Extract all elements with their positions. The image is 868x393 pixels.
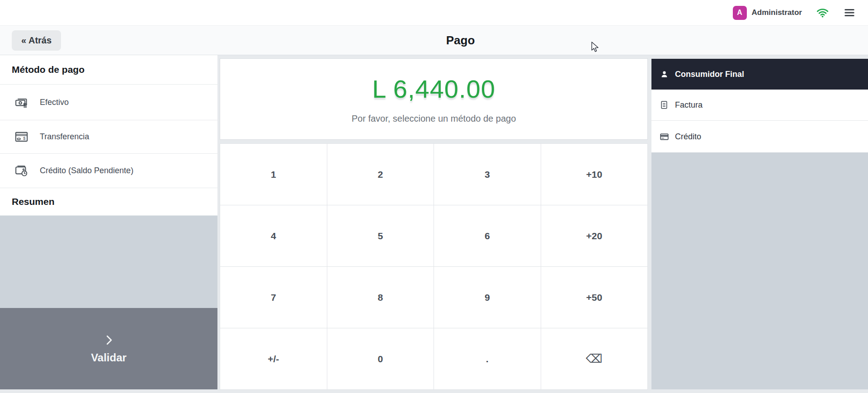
numpad-key-plusminus[interactable]: +/- xyxy=(220,328,327,389)
payment-method-transferencia[interactable]: $ Transferencia xyxy=(0,120,217,154)
bank-card-icon: $ xyxy=(14,129,29,145)
numpad-key-7[interactable]: 7 xyxy=(220,267,327,328)
numpad-key-3[interactable]: 3 xyxy=(434,144,541,205)
page-title: Pago xyxy=(53,33,868,47)
payment-methods-panel: Método de pago Efectivo $ xyxy=(0,55,217,389)
customer-actions-panel: Consumidor Final Factura Crédit xyxy=(651,59,868,389)
document-icon xyxy=(659,100,669,110)
invoice-label: Factura xyxy=(675,100,703,110)
numpad-key-plus50[interactable]: +50 xyxy=(541,267,648,328)
payment-screen: Método de pago Efectivo $ xyxy=(0,55,868,393)
numpad-key-decimal[interactable]: . xyxy=(434,328,541,389)
svg-text:$: $ xyxy=(23,136,25,141)
wifi-icon[interactable] xyxy=(816,7,829,19)
numpad: 1 2 3 +10 4 5 6 +20 7 8 9 +50 +/- 0 . ⌫ xyxy=(220,143,648,390)
amount-and-numpad-panel: L 6,440.00 Por favor, seleccione un méto… xyxy=(220,58,648,390)
numpad-key-backspace[interactable]: ⌫ xyxy=(541,328,648,389)
header-bar: « Atrás Pago xyxy=(0,26,868,55)
user-menu[interactable]: A Administrator xyxy=(733,6,802,20)
payment-methods-title: Método de pago xyxy=(0,55,217,85)
credit-label: Crédito xyxy=(675,132,701,142)
back-button[interactable]: « Atrás xyxy=(12,30,61,51)
cash-icon xyxy=(14,95,29,110)
numpad-key-4[interactable]: 4 xyxy=(220,205,327,266)
summary-empty-area xyxy=(0,216,217,308)
backspace-icon: ⌫ xyxy=(586,352,603,366)
wallet-clock-icon xyxy=(14,163,29,179)
numpad-key-2[interactable]: 2 xyxy=(327,144,434,205)
numpad-key-8[interactable]: 8 xyxy=(327,267,434,328)
avatar[interactable]: A xyxy=(733,6,747,20)
invoice-button[interactable]: Factura xyxy=(651,90,868,120)
numpad-key-6[interactable]: 6 xyxy=(434,205,541,266)
numpad-key-5[interactable]: 5 xyxy=(327,205,434,266)
summary-title: Resumen xyxy=(0,188,217,216)
credit-card-icon xyxy=(659,132,669,142)
payment-method-label: Transferencia xyxy=(40,132,89,142)
validate-button[interactable]: Validar xyxy=(0,308,217,389)
credit-button[interactable]: Crédito xyxy=(651,121,868,152)
validate-label: Validar xyxy=(91,351,127,364)
total-amount: L 6,440.00 xyxy=(372,74,495,104)
numpad-key-0[interactable]: 0 xyxy=(327,328,434,389)
numpad-key-1[interactable]: 1 xyxy=(220,144,327,205)
payment-method-label: Crédito (Saldo Pendiente) xyxy=(40,166,133,175)
numpad-key-plus20[interactable]: +20 xyxy=(541,205,648,266)
customer-label: Consumidor Final xyxy=(675,70,744,79)
amount-card: L 6,440.00 Por favor, seleccione un méto… xyxy=(220,58,648,140)
payment-hint: Por favor, seleccione un método de pago xyxy=(352,114,516,124)
numpad-key-plus10[interactable]: +10 xyxy=(541,144,648,205)
payment-method-label: Efectivo xyxy=(40,98,69,107)
hamburger-menu-icon[interactable] xyxy=(843,7,855,19)
user-icon xyxy=(659,69,669,79)
customer-button[interactable]: Consumidor Final xyxy=(651,59,868,90)
chevron-right-icon xyxy=(102,333,116,347)
top-bar: A Administrator xyxy=(0,0,868,26)
payment-method-efectivo[interactable]: Efectivo xyxy=(0,85,217,120)
numpad-key-9[interactable]: 9 xyxy=(434,267,541,328)
user-name: Administrator xyxy=(752,8,802,17)
payment-method-credito-saldo[interactable]: Crédito (Saldo Pendiente) xyxy=(0,154,217,188)
